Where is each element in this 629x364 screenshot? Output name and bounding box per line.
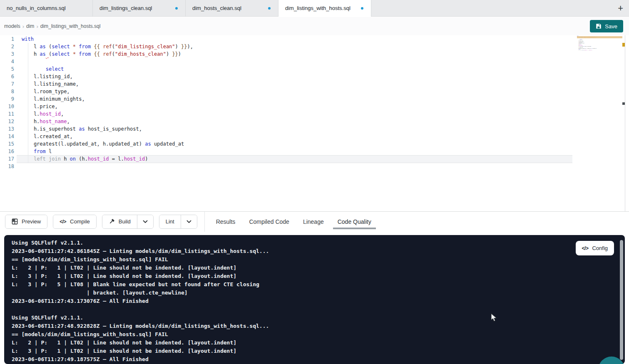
preview-button[interactable]: Preview [5, 215, 47, 228]
terminal-log: Using SQLFluff v2.1.1.2023-06-06T11:27:4… [4, 235, 625, 364]
file-tab[interactable]: dim_hosts_clean.sql [186, 0, 278, 16]
code-token: l [46, 149, 52, 154]
breadcrumb-item[interactable]: models [4, 23, 20, 29]
file-tab[interactable]: dim_listings_clean.sql [93, 0, 186, 16]
terminal-line: Using SQLFluff v2.1.1. [12, 314, 625, 322]
config-button[interactable]: </> Config [576, 241, 614, 255]
code-token [22, 156, 34, 162]
code-token: from [79, 51, 91, 57]
save-button[interactable]: Save [590, 20, 623, 32]
code-line: l.listing_id, [22, 73, 575, 80]
code-token: ( [112, 51, 115, 57]
breadcrumb-bar: models›dim›dim_listings_with_hosts.sql S… [0, 17, 629, 35]
code-token: left join [578, 50, 582, 51]
file-tab-label: dim_listings_with_hosts.sql [285, 5, 351, 11]
terminal-output-panel: Using SQLFluff v2.1.1.2023-06-06T11:27:4… [4, 235, 625, 364]
code-line: select [22, 65, 575, 73]
terminal-line: == [models/dim/dim_listings_with_hosts.s… [12, 330, 625, 339]
code-token: ), [187, 44, 193, 50]
code-token: host_id [40, 111, 61, 117]
code-token: ) [592, 50, 592, 51]
build-button[interactable]: Build [102, 215, 137, 228]
compile-button-group: </>Compile [53, 215, 97, 229]
code-line: l.created_at, [22, 133, 575, 140]
overview-warning-marker [622, 43, 625, 47]
breadcrumb-item[interactable]: dim [26, 23, 34, 29]
editor-toolbar: Preview</>CompileBuildLint ResultsCompil… [0, 211, 629, 231]
code-token: host_id [124, 156, 145, 162]
code-token: ref [103, 51, 112, 57]
code-token: l.listing_id, [22, 74, 73, 79]
code-token: from [34, 149, 46, 154]
file-tab-bar: no_nulls_in_columns.sqldim_listings_clea… [0, 0, 629, 17]
code-line [577, 51, 603, 52]
code-line: h.host_name, [22, 118, 575, 125]
file-tab[interactable]: no_nulls_in_columns.sql [0, 0, 93, 16]
code-token: , [61, 111, 64, 117]
code-token: h [64, 156, 70, 162]
chevron-down-icon [143, 220, 148, 223]
new-tab-button[interactable]: + [612, 0, 629, 16]
code-line: l.listing_name, [22, 80, 575, 88]
code-token: * [73, 44, 76, 50]
panel-tab-code-quality[interactable]: Code Quality [338, 218, 371, 225]
file-tab[interactable]: dim_listings_with_hosts.sql [278, 0, 371, 16]
code-token: with [22, 36, 34, 42]
code-token: host_is_superhost, [85, 126, 142, 132]
terminal-line: L: 3 | P: 1 | LT02 | Line should not be … [12, 272, 625, 280]
code-token: as [145, 141, 151, 147]
terminal-line: L: 3 | P: 1 | LT02 | Line should not be … [12, 347, 625, 355]
code-token: on [70, 156, 76, 162]
lint-button[interactable]: Lint [159, 215, 181, 228]
code-token: "dim_hosts_clean" [115, 51, 166, 57]
panel-tab-results[interactable]: Results [216, 218, 236, 225]
breadcrumb-item[interactable]: dim_listings_with_hosts.sql [40, 23, 101, 29]
code-token [22, 66, 46, 72]
code-token: ) [145, 156, 148, 162]
code-token: ) [178, 51, 181, 57]
code-token: ref [103, 44, 112, 50]
code-line: h as (select * from {{ ref("dim_hosts_cl… [22, 50, 575, 58]
code-token: ( [112, 44, 115, 50]
code-token: l. [22, 111, 40, 117]
code-token: l.room_type, [22, 89, 70, 94]
compile-label: Compile [70, 218, 90, 225]
code-token: l.created_at, [22, 134, 73, 139]
panel-tab-compiled-code[interactable]: Compiled Code [249, 218, 289, 225]
code-line: greatest(l.updated_at, h.updated_at) as … [22, 140, 575, 148]
code-token: as [40, 44, 45, 50]
compile-button[interactable]: </>Compile [53, 215, 96, 228]
build-dropdown-button[interactable] [137, 215, 153, 228]
code-line: l.host_id, [22, 110, 575, 118]
panel-tab-lineage[interactable]: Lineage [303, 218, 324, 225]
terminal-scrollbar[interactable] [620, 240, 623, 360]
save-floppy-icon [596, 23, 602, 29]
code-line: from l [22, 148, 575, 155]
lint-dropdown-button[interactable] [181, 215, 197, 228]
preview-grid-icon [12, 218, 18, 225]
code-token: l.price, [22, 104, 58, 109]
code-line: with [22, 35, 575, 43]
code-line [22, 163, 575, 170]
breadcrumb: models›dim›dim_listings_with_hosts.sql [4, 23, 100, 30]
code-token: as [79, 126, 85, 132]
code-line: l.minimum_nights, [22, 95, 575, 103]
code-editor[interactable]: 123456789101112131415161718 with l as (s… [0, 35, 625, 211]
code-line: left join h on (h.host_id = l.host_id) [22, 155, 575, 163]
hammer-icon [109, 218, 115, 225]
save-label: Save [605, 23, 617, 30]
code-token: , [67, 119, 70, 124]
code-token: updated_at [592, 48, 597, 49]
minimap[interactable]: with l as (select * from {{ ref("dim_lis… [577, 35, 625, 69]
terminal-line: L: 3 | P: 5 | LT08 | Blank line expected… [12, 280, 625, 289]
code-token [22, 149, 34, 154]
terminal-line: Using SQLFluff v2.1.1. [12, 239, 625, 247]
preview-button-group: Preview [5, 215, 47, 229]
lint-button-group: Lint [159, 215, 197, 229]
terminal-line: 2023-06-06T11:27:43.173076Z — All Finish… [12, 297, 625, 305]
dbt-ide-window: no_nulls_in_columns.sqldim_listings_clea… [0, 0, 629, 364]
build-label: Build [119, 218, 131, 225]
code-token: h.is_superhost [22, 126, 79, 132]
code-token: = l. [109, 156, 124, 162]
overview-ruler[interactable] [622, 35, 625, 211]
